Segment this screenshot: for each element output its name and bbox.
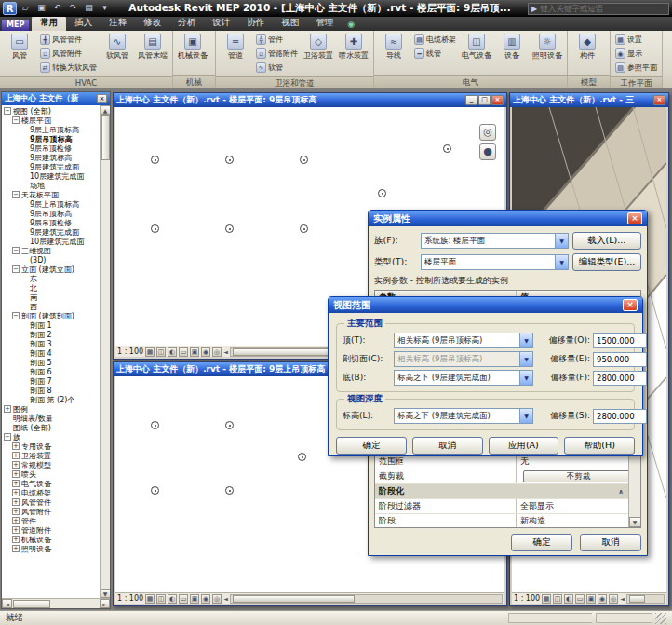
ribbon-button[interactable]: ▤电缆桥架 (412, 33, 458, 47)
close-icon[interactable]: × (653, 95, 665, 105)
close-icon[interactable]: × (627, 212, 642, 224)
level-combobox[interactable]: 标高之下 (9层建筑完成面) ▼ (394, 408, 533, 424)
view-scale-label[interactable]: 1 : 100 (117, 594, 143, 603)
scroll-down-icon[interactable]: ▼ (101, 589, 111, 598)
tree-item[interactable]: +喷头 (2, 469, 100, 479)
ribbon-button[interactable]: ✚喷水装置 (337, 33, 370, 60)
browser-horizontal-scrollbar[interactable]: ◄ ► (2, 598, 110, 608)
ribbon-button[interactable]: ━线管 (412, 47, 458, 61)
expand-icon[interactable]: + (12, 461, 20, 469)
tree-item[interactable]: +图例 (2, 404, 100, 414)
param-group-row[interactable]: 阶段化∧ (375, 484, 640, 499)
tree-item[interactable]: 9层建筑标高 (2, 153, 100, 162)
detail-level-icon[interactable]: ▦ (145, 594, 155, 604)
scroll-down-icon[interactable]: ▼ (629, 517, 641, 527)
ribbon-tab-协作[interactable]: 协作 (238, 16, 273, 31)
ribbon-panel-label[interactable]: HVAC (0, 76, 172, 88)
scroll-right-icon[interactable]: ► (100, 599, 110, 608)
search-go-icon[interactable]: ▶ (531, 5, 537, 13)
ribbon-tab-管理[interactable]: 管理 (307, 16, 342, 31)
ribbon-button[interactable]: ⇄转换为软风管 (38, 61, 99, 75)
reveal-hidden-icon[interactable]: ◎ (609, 594, 618, 604)
ok-button[interactable]: 确定 (336, 437, 407, 455)
bottom-offset-input[interactable] (593, 371, 647, 386)
ribbon-tab-视图[interactable]: 视图 (273, 16, 307, 31)
collapse-arrow-icon[interactable]: ∧ (618, 488, 624, 496)
expand-icon[interactable]: + (12, 470, 20, 478)
scroll-left-icon[interactable]: ◄ (223, 595, 228, 602)
scroll-left-icon[interactable]: ◄ (620, 595, 625, 602)
expand-icon[interactable]: + (12, 498, 20, 506)
tree-item[interactable]: 9层建筑完成面 (2, 162, 100, 171)
ribbon-tab-常用[interactable]: 常用 (32, 16, 66, 31)
close-icon[interactable]: × (623, 299, 638, 311)
ribbon-button[interactable]: ▥设备 (495, 33, 529, 60)
ribbon-panel-label[interactable]: 机械 (173, 75, 215, 88)
tree-item[interactable]: 场地 (2, 181, 100, 190)
ribbon-button[interactable]: ▫管路附件 (254, 47, 300, 61)
undo-icon[interactable]: ↶ (50, 2, 64, 15)
collapse-icon[interactable]: − (12, 191, 20, 198)
param-row[interactable]: 阶段新构造 (375, 514, 640, 528)
type-combobox[interactable]: 楼层平面 ▼ (421, 254, 569, 270)
temporary-hide-icon[interactable]: ◉ (598, 594, 607, 604)
window-titlebar[interactable]: 上海中心 主文件（新）.rvt - 三 × (510, 93, 668, 107)
help-search-box[interactable]: ▶ (528, 3, 669, 15)
tree-item[interactable]: +电气设备 (2, 479, 100, 488)
tree-item[interactable]: +风管管件 (2, 497, 100, 507)
scroll-up-icon[interactable]: ▲ (101, 105, 111, 115)
temporary-hide-icon[interactable]: ◉ (201, 594, 210, 604)
scroll-left-icon[interactable]: ◄ (223, 348, 228, 355)
quick-view-icon[interactable]: ◉ (347, 19, 355, 31)
chevron-down-icon[interactable]: ▼ (555, 234, 568, 248)
crop-region-icon[interactable]: ▭ (179, 594, 188, 604)
tree-item[interactable]: +管道附件 (2, 525, 100, 535)
window-titlebar[interactable]: 上海中心 主文件（新）.rvt - 楼层平面: 9层吊顶标高 _ □ × (114, 93, 506, 107)
ribbon-panel-label[interactable]: 工作平面 (611, 76, 662, 88)
chevron-down-icon[interactable]: ▼ (519, 371, 532, 385)
param-row[interactable]: 截剪裁不剪裁 (375, 469, 640, 484)
ribbon-button[interactable]: ▣机械设备 (176, 33, 209, 60)
scrollbar-thumb[interactable] (629, 595, 646, 603)
open-icon[interactable]: ▱ (19, 2, 33, 15)
tree-item[interactable]: 北 (2, 283, 100, 292)
tree-item[interactable]: 10层建筑完成面 (2, 171, 100, 181)
detail-level-icon[interactable]: ▦ (542, 594, 551, 604)
ribbon-tab-设计[interactable]: 设计 (204, 16, 238, 31)
maximize-icon[interactable]: □ (478, 95, 491, 105)
resize-grip-icon[interactable] (655, 613, 666, 624)
top-offset-input[interactable] (593, 333, 647, 348)
param-row[interactable]: 阶段过滤器全部显示 (375, 499, 640, 514)
tree-item[interactable]: +照明设备 (2, 544, 100, 553)
model-graphics-icon[interactable]: ◫ (156, 347, 166, 357)
print-icon[interactable]: ▤ (82, 2, 96, 15)
tree-item[interactable]: 南 (2, 292, 100, 302)
tree-item[interactable]: 东 (2, 274, 100, 283)
collapse-icon[interactable]: − (4, 433, 11, 441)
steering-wheel-icon[interactable]: ◎ (479, 124, 496, 141)
redo-icon[interactable]: ↷ (66, 2, 80, 15)
expand-icon[interactable]: + (12, 536, 20, 543)
view-scale-label[interactable]: 1 : 100 (117, 347, 143, 356)
tree-item[interactable]: 剖面 4 (2, 348, 100, 358)
tree-item[interactable]: (3D) (2, 255, 100, 265)
expand-icon[interactable]: + (12, 452, 20, 459)
close-icon[interactable]: × (491, 95, 504, 105)
tree-item[interactable]: 9层吊顶标高 (2, 134, 100, 143)
collapse-icon[interactable]: − (12, 312, 20, 319)
tree-item[interactable]: 剖面 7 (2, 376, 100, 386)
ribbon-button[interactable]: ◉显示 (613, 47, 659, 61)
view-scale-label[interactable]: 1 : 100 (514, 594, 540, 603)
shadows-icon[interactable]: ◐ (564, 594, 573, 604)
collapse-icon[interactable]: − (4, 107, 11, 115)
tree-item[interactable]: 西 (2, 302, 100, 311)
tree-item[interactable]: 9层建筑完成面 (2, 227, 100, 237)
scrollbar-thumb[interactable] (233, 595, 355, 603)
top-combobox[interactable]: 相关标高 (9层吊顶标高) ▼ (394, 333, 533, 348)
family-combobox[interactable]: 系统族: 楼层平面 ▼ (421, 233, 569, 249)
zoom-icon[interactable]: ● (479, 143, 496, 160)
tree-item[interactable]: −视图 (全部) (2, 106, 100, 115)
tree-item[interactable]: 剖面 5 (2, 358, 100, 367)
ribbon-button[interactable]: ▭风管 (3, 33, 36, 60)
tree-item[interactable]: +风管附件 (2, 507, 100, 516)
